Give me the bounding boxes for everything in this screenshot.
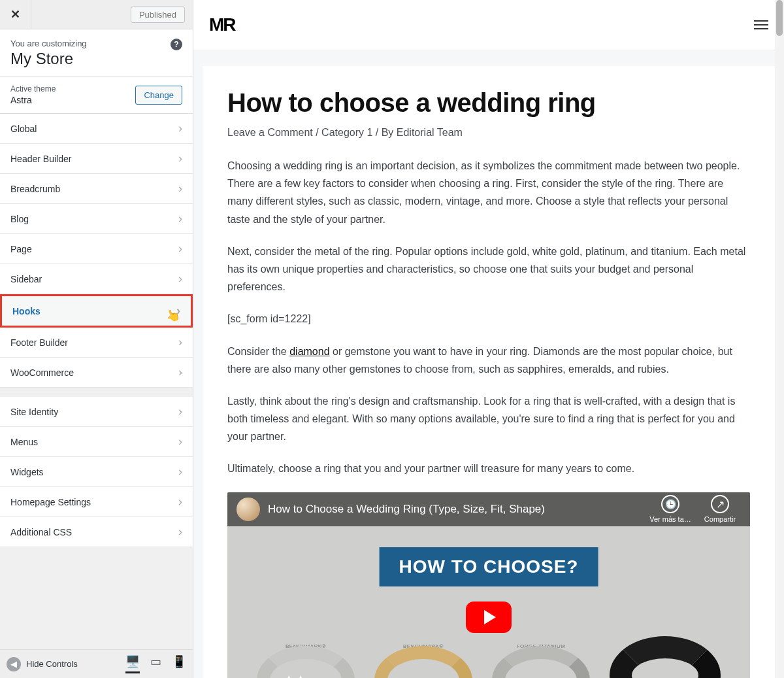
chevron-right-icon: › bbox=[178, 465, 182, 479]
sidebar-item-label: Page bbox=[10, 244, 32, 254]
article-title: How to choose a wedding ring bbox=[227, 88, 750, 118]
device-preview-toggles: 🖥️ ▭ 📱 bbox=[125, 654, 186, 673]
clock-icon: 🕒 bbox=[661, 495, 679, 513]
share-button[interactable]: Compartir bbox=[699, 495, 741, 523]
chevron-right-icon: › bbox=[178, 242, 182, 256]
diamond-link[interactable]: diamond bbox=[289, 346, 329, 357]
article-paragraph: Next, consider the metal of the ring. Po… bbox=[227, 243, 750, 296]
site-logo[interactable]: MR bbox=[209, 14, 235, 35]
ring-steel: FORGE TITANIUM bbox=[492, 646, 590, 678]
sidebar-item-label: Widgets bbox=[10, 467, 44, 477]
chevron-right-icon: › bbox=[178, 365, 182, 379]
sidebar-top-bar: ✕ Published bbox=[0, 0, 193, 29]
watch-later-button[interactable]: 🕒 Ver más ta… bbox=[649, 495, 691, 523]
chevron-right-icon: › bbox=[178, 495, 182, 509]
meta-sep: / bbox=[313, 127, 321, 138]
scrollbar-thumb[interactable] bbox=[776, 0, 783, 36]
ring-gold: BENCHMARK® bbox=[374, 646, 472, 678]
sparkle-icon: ✦✦ bbox=[283, 672, 306, 678]
collapse-controls-button[interactable]: ◀ bbox=[7, 657, 21, 671]
chevron-right-icon: › bbox=[178, 335, 182, 349]
menu-group-wp: Site Identity › Menus › Widgets › Homepa… bbox=[0, 397, 193, 547]
sidebar-item-page[interactable]: Page › bbox=[0, 234, 193, 264]
publish-status-button[interactable]: Published bbox=[131, 7, 185, 23]
sidebar-item-label: WooCommerce bbox=[10, 367, 74, 378]
chevron-right-icon: › bbox=[178, 272, 182, 286]
sidebar-item-label: Homepage Settings bbox=[10, 497, 91, 507]
hide-controls-label[interactable]: Hide Controls bbox=[26, 659, 78, 669]
play-button-icon[interactable] bbox=[466, 602, 512, 633]
sidebar-item-global[interactable]: Global › bbox=[0, 114, 193, 144]
sidebar-menu-scroll[interactable]: Global › Header Builder › Breadcrumb › B… bbox=[0, 114, 193, 649]
sidebar-item-label: Hooks bbox=[12, 306, 41, 316]
sidebar-item-homepage-settings[interactable]: Homepage Settings › bbox=[0, 487, 193, 517]
sidebar-item-label: Header Builder bbox=[10, 154, 71, 164]
customizer-sidebar: ✕ Published You are customizing My Store… bbox=[0, 0, 193, 678]
sidebar-item-breadcrumb[interactable]: Breadcrumb › bbox=[0, 174, 193, 204]
sidebar-footer: ◀ Hide Controls 🖥️ ▭ 📱 bbox=[0, 649, 193, 678]
sidebar-item-header-builder[interactable]: Header Builder › bbox=[0, 144, 193, 174]
sidebar-item-label: Additional CSS bbox=[10, 527, 72, 537]
sidebar-item-label: Menus bbox=[10, 437, 38, 447]
sidebar-item-label: Global bbox=[10, 124, 37, 134]
sidebar-item-hooks[interactable]: Hooks › 👆 bbox=[0, 294, 193, 328]
video-banner-text: HOW TO CHOOSE? bbox=[380, 547, 598, 586]
chevron-right-icon: › bbox=[178, 525, 182, 539]
sidebar-item-menus[interactable]: Menus › bbox=[0, 427, 193, 457]
rings-row: BENCHMARK® ✦✦ BENCHMARK® FORGE TITANIUM bbox=[227, 636, 750, 678]
chevron-right-icon: › bbox=[178, 435, 182, 449]
active-theme-name: Astra bbox=[10, 95, 56, 105]
video-embed[interactable]: How to Choose a Wedding Ring (Type, Size… bbox=[227, 492, 750, 678]
device-tablet-icon[interactable]: ▭ bbox=[150, 654, 161, 673]
sidebar-item-label: Footer Builder bbox=[10, 337, 68, 348]
store-name: My Store bbox=[10, 50, 182, 68]
article-paragraph: Choosing a wedding ring is an important … bbox=[227, 157, 750, 228]
video-top-bar: How to Choose a Wedding Ring (Type, Size… bbox=[227, 492, 750, 526]
preview-header: MR bbox=[193, 0, 784, 50]
sidebar-item-site-identity[interactable]: Site Identity › bbox=[0, 397, 193, 427]
meta-by: / By bbox=[372, 127, 396, 138]
preview-content-wrap: How to choose a wedding ring Leave a Com… bbox=[193, 50, 784, 678]
category-link[interactable]: Category 1 bbox=[321, 127, 372, 138]
change-theme-button[interactable]: Change bbox=[135, 86, 182, 105]
chevron-right-icon: › bbox=[178, 152, 182, 165]
sidebar-item-additional-css[interactable]: Additional CSS › bbox=[0, 517, 193, 547]
video-title: How to Choose a Wedding Ring (Type, Size… bbox=[268, 503, 642, 516]
sidebar-item-blog[interactable]: Blog › bbox=[0, 204, 193, 234]
chevron-right-icon: › bbox=[178, 212, 182, 226]
sidebar-item-label: Breadcrumb bbox=[10, 184, 60, 194]
chevron-right-icon: › bbox=[178, 405, 182, 418]
sidebar-item-woocommerce[interactable]: WooCommerce › bbox=[0, 358, 193, 388]
site-preview: MR How to choose a wedding ring Leave a … bbox=[193, 0, 784, 678]
ring-black bbox=[610, 636, 721, 678]
page-scrollbar[interactable] bbox=[775, 0, 784, 678]
article-paragraph: Consider the diamond or gemstone you wan… bbox=[227, 343, 750, 378]
device-mobile-icon[interactable]: 📱 bbox=[172, 654, 186, 673]
close-button[interactable]: ✕ bbox=[0, 0, 31, 29]
chevron-right-icon: › bbox=[178, 122, 182, 135]
device-desktop-icon[interactable]: 🖥️ bbox=[125, 654, 140, 673]
article-meta: Leave a Comment / Category 1 / By Editor… bbox=[227, 127, 750, 139]
customizing-label: You are customizing bbox=[10, 39, 182, 48]
sidebar-item-sidebar[interactable]: Sidebar › bbox=[0, 264, 193, 294]
channel-avatar[interactable] bbox=[237, 498, 260, 521]
leave-comment-link[interactable]: Leave a Comment bbox=[227, 127, 313, 138]
text-fragment: Consider the bbox=[227, 346, 289, 357]
customizing-panel: You are customizing My Store ? bbox=[0, 29, 193, 76]
hamburger-menu-icon[interactable] bbox=[754, 20, 768, 29]
menu-group-theme: Global › Header Builder › Breadcrumb › B… bbox=[0, 114, 193, 388]
sidebar-item-label: Blog bbox=[10, 214, 29, 224]
sidebar-item-widgets[interactable]: Widgets › bbox=[0, 457, 193, 487]
sidebar-item-footer-builder[interactable]: Footer Builder › bbox=[0, 328, 193, 358]
watch-later-label: Ver más ta… bbox=[649, 515, 691, 523]
article-shortcode: [sc_form id=1222] bbox=[227, 310, 750, 328]
chevron-right-icon: › bbox=[178, 182, 182, 195]
article-paragraph: Ultimately, choose a ring that you and y… bbox=[227, 460, 750, 477]
author-link[interactable]: Editorial Team bbox=[397, 127, 463, 138]
article: How to choose a wedding ring Leave a Com… bbox=[203, 66, 775, 678]
help-icon[interactable]: ? bbox=[171, 39, 182, 50]
sidebar-item-label: Sidebar bbox=[10, 274, 42, 284]
active-theme-label: Active theme bbox=[10, 84, 56, 93]
article-paragraph: Lastly, think about the ring's design an… bbox=[227, 392, 750, 446]
share-icon bbox=[711, 495, 729, 513]
